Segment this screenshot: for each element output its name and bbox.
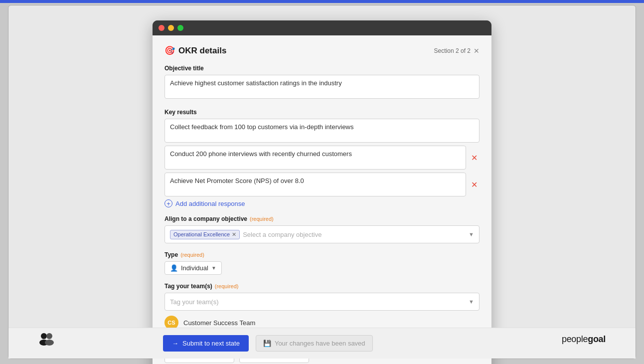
submit-button[interactable]: → Submit to next state (163, 335, 249, 352)
modal-content: 🎯 OKR details Section 2 of 2 ✕ Objective… (153, 35, 491, 364)
saved-icon: 💾 (263, 340, 271, 347)
add-icon: + (164, 199, 172, 207)
objective-title-input[interactable]: Achieve highest customer satisfaction ra… (164, 75, 480, 99)
tag-teams-required: (required) (215, 283, 239, 289)
modal-title-text: OKR details (178, 46, 226, 56)
objective-title-label: Objective title (164, 65, 480, 72)
type-required: (required) (180, 252, 204, 258)
key-results-group: Key results Collect feedback from 100 to… (164, 109, 480, 207)
modal-footer: → Submit to next state 💾 Your changes ha… (8, 328, 636, 359)
type-group: Type (required) 👤 Individual ▼ (164, 251, 480, 275)
objective-arrow-icon: ▼ (469, 231, 474, 237)
modal-window: 🎯 OKR details Section 2 of 2 ✕ Objective… (153, 20, 491, 364)
key-result-row-3: Achieve Net Promoter Score (NPS) of over… (164, 173, 480, 196)
company-objective-group: Align to a company objective (required) … (164, 215, 480, 243)
user-icon: 👤 (170, 264, 178, 272)
add-response-button[interactable]: + Add additional response (164, 199, 480, 207)
arrow-icon: → (172, 340, 178, 347)
traffic-light-yellow[interactable] (168, 25, 174, 31)
tag-teams-label: Tag your team(s) (required) (164, 283, 480, 290)
company-objective-tag: Operational Excellence ✕ (170, 230, 240, 239)
brand-logo: peoplegoal (562, 334, 606, 345)
key-result-input-2[interactable]: Conduct 200 phone interviews with recent… (164, 146, 466, 170)
saved-label: Your changes have been saved (275, 340, 365, 347)
teams-arrow-icon: ▼ (469, 299, 474, 305)
key-result-input-3[interactable]: Achieve Net Promoter Score (NPS) of over… (164, 173, 466, 196)
titlebar (153, 20, 491, 35)
okr-emoji: 🎯 (164, 45, 175, 56)
svg-point-3 (45, 340, 54, 346)
modal-header: 🎯 OKR details Section 2 of 2 ✕ (164, 45, 480, 56)
modal-title: 🎯 OKR details (164, 45, 226, 56)
objective-placeholder: Select a company objective (243, 231, 466, 238)
key-results-label: Key results (164, 109, 480, 116)
tag-teams-select[interactable]: Tag your team(s) ▼ (164, 293, 480, 311)
company-objective-label: Align to a company objective (required) (164, 215, 480, 222)
tag-teams-group: Tag your team(s) (required) Tag your tea… (164, 283, 480, 330)
saved-indicator: 💾 Your changes have been saved (256, 335, 373, 352)
top-bar (0, 0, 644, 3)
traffic-light-green[interactable] (177, 25, 183, 31)
remove-key-result-2[interactable]: ✕ (469, 146, 480, 170)
key-result-row-2: Conduct 200 phone interviews with recent… (164, 146, 480, 170)
people-icon (38, 332, 56, 348)
type-label: Type (required) (164, 251, 480, 258)
type-dropdown[interactable]: 👤 Individual ▼ (164, 261, 222, 275)
objective-title-group: Objective title Achieve highest customer… (164, 65, 480, 101)
type-arrow-icon: ▼ (211, 265, 216, 271)
brand-suffix: goal (588, 334, 606, 344)
type-value: Individual (181, 264, 208, 272)
section-info: Section 2 of 2 ✕ (434, 47, 480, 55)
key-result-row-1: Collect feedback from 100 top customers … (164, 119, 480, 143)
brand-prefix: people (562, 334, 588, 344)
submit-label: Submit to next state (182, 340, 240, 347)
remove-objective-tag[interactable]: ✕ (232, 231, 236, 238)
remove-key-result-3[interactable]: ✕ (469, 173, 480, 196)
tag-teams-placeholder: Tag your team(s) (170, 298, 219, 306)
close-button[interactable]: ✕ (474, 47, 480, 55)
svg-point-0 (41, 333, 47, 339)
company-objective-select[interactable]: Operational Excellence ✕ Select a compan… (164, 225, 480, 243)
section-info-text: Section 2 of 2 (434, 47, 471, 54)
key-result-input-1[interactable]: Collect feedback from 100 top customers … (164, 119, 480, 143)
add-response-label: Add additional response (175, 200, 245, 207)
screen-background: 🎯 OKR details Section 2 of 2 ✕ Objective… (8, 5, 636, 359)
svg-point-1 (46, 333, 52, 339)
company-objective-required: (required) (250, 216, 274, 222)
team-name: Customer Success Team (183, 319, 255, 327)
traffic-light-red[interactable] (159, 25, 164, 31)
